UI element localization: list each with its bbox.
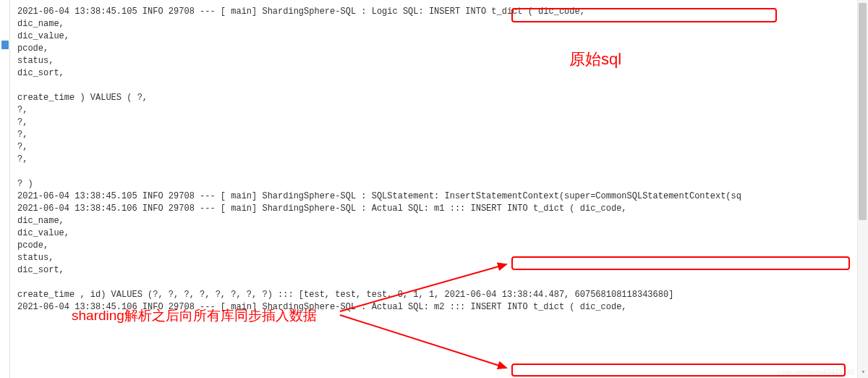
log-line: pcode,	[17, 43, 868, 55]
console-output[interactable]: 2021-06-04 13:38:45.105 INFO 29708 --- […	[0, 0, 868, 314]
log-line: ?,	[17, 141, 868, 154]
scrollbar-thumb[interactable]	[859, 3, 867, 220]
gutter-marker	[1, 41, 9, 49]
log-line	[17, 80, 868, 92]
log-line: dic_sort,	[17, 67, 868, 80]
log-line: 2021-06-04 13:38:45.105 INFO 29708 --- […	[17, 6, 868, 18]
log-line: dic_name,	[17, 215, 868, 227]
log-line: 2021-06-04 13:38:45.106 INFO 29708 --- […	[17, 301, 868, 314]
log-line: ?,	[17, 129, 868, 141]
scrollbar-down-icon[interactable]: ▾	[858, 367, 868, 378]
vertical-scrollbar[interactable]: ▾	[857, 0, 868, 378]
watermark-text: csdn.net/anda49471145	[778, 369, 855, 377]
log-line: status,	[17, 252, 868, 264]
log-line: 2021-06-04 13:38:45.106 INFO 29708 --- […	[17, 203, 868, 215]
log-line: dic_value,	[17, 227, 868, 240]
log-line	[17, 166, 868, 178]
log-line: pcode,	[17, 240, 868, 252]
log-line: status,	[17, 55, 868, 67]
log-line: ? )	[17, 178, 868, 190]
log-line	[17, 277, 868, 289]
log-line: ?,	[17, 104, 868, 117]
log-line: 2021-06-04 13:38:45.105 INFO 29708 --- […	[17, 190, 868, 203]
log-line: dic_value,	[17, 30, 868, 43]
log-line: create_time , id) VALUES (?, ?, ?, ?, ?,…	[17, 289, 868, 301]
log-line: create_time ) VALUES ( ?,	[17, 92, 868, 104]
log-line: dic_sort,	[17, 264, 868, 277]
log-line: dic_name,	[17, 18, 868, 30]
log-line: ?,	[17, 117, 868, 129]
arrow-to-m2-icon	[333, 311, 521, 377]
svg-line-3	[340, 315, 506, 368]
log-line: ?,	[17, 154, 868, 166]
editor-gutter	[0, 0, 10, 378]
